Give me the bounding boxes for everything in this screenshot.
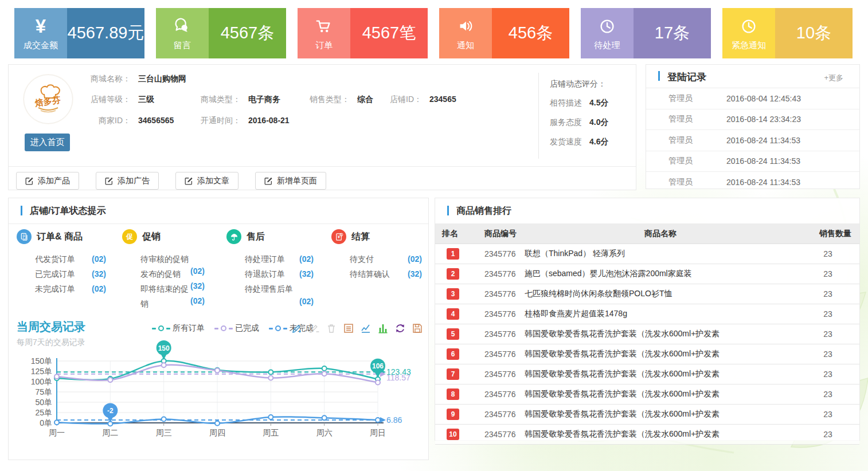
login-log-header: 登陆记录 +更多: [646, 65, 859, 88]
svg-text:0单: 0单: [40, 418, 52, 427]
status-item[interactable]: 发布的促销 (32): [140, 266, 205, 281]
quick-action-button[interactable]: 新增单页面: [255, 172, 326, 190]
product-name: 韩国爱敬挚爱香氛花香洗护套装（洗发水600ml+护发素: [525, 349, 796, 359]
product-sku: 2345776: [467, 249, 525, 258]
field-shop-level: 店铺等级：三级: [88, 95, 154, 105]
product-qty: 23: [796, 269, 859, 278]
sales-table-row: 8 2345776 韩国爱敬挚爱香氛花香洗护套装（洗发水600ml+护发素 23: [435, 384, 859, 405]
product-qty: 23: [796, 350, 859, 359]
stat-label: 成交金额: [24, 40, 58, 51]
status-item[interactable]: 待支付 (02): [350, 252, 422, 266]
shop-order-status-panel: 店铺/订单状态提示 订单& 商品 促 促销 售后 ¥: [8, 198, 429, 460]
product-name: 韩国爱敬挚爱香氛花香洗护套装（洗发水600ml+护发素: [525, 429, 796, 439]
shop-logo: 焙多芬: [24, 74, 73, 124]
status-item-count: (32): [299, 266, 314, 281]
product-qty: 23: [796, 289, 859, 299]
documents-icon: [17, 229, 32, 244]
status-item[interactable]: 待审核的促销 (02): [140, 252, 205, 266]
status-item[interactable]: 代发货订单 (02): [35, 252, 106, 266]
product-sku: 2345776: [467, 390, 525, 399]
field-sale-type: 销售类型：综合: [307, 95, 373, 105]
product-qty: 23: [796, 249, 859, 258]
status-item[interactable]: 已完成订单 (32): [35, 266, 106, 281]
product-sku: 2345776: [467, 289, 525, 299]
product-qty: 23: [796, 329, 859, 339]
col-rank: 排名: [435, 229, 467, 239]
sales-table-row: 6 2345776 韩国爱敬挚爱香氛花香洗护套装（洗发水600ml+护发素 23: [435, 344, 859, 364]
product-name: 韩国爱敬挚爱香氛花香洗护套装（洗发水600ml+护发素: [525, 369, 796, 379]
more-link[interactable]: +更多: [824, 73, 843, 83]
status-list-aftersale: 待处理订单 (02) 待退款订单 (32) 待处理售后单 (02): [245, 252, 314, 296]
status-item[interactable]: 待处理售后单 (02): [245, 281, 314, 296]
sales-table-body: 1 2345776 联想（ThinkPad） 轻薄系列 23 2 2345776…: [435, 244, 859, 445]
product-qty: 23: [796, 410, 859, 419]
status-item-count: (02): [299, 294, 314, 309]
shop-info-panel: 焙多芬 进入首页 商城名称：三台山购物网 店铺等级：三级 商城类型：电子商务 销…: [8, 64, 636, 190]
status-item[interactable]: 待退款订单 (32): [245, 266, 314, 281]
yuan-icon: ¥: [36, 16, 46, 37]
stat-value: 4567笔: [350, 8, 428, 58]
svg-text:¥: ¥: [338, 235, 340, 239]
status-group-promotions: 促 促销: [122, 229, 161, 244]
svg-text:25单: 25单: [35, 408, 52, 417]
quick-action-label: 添加文章: [197, 176, 229, 186]
status-group-settlement: ¥ 结算: [331, 229, 370, 244]
status-item[interactable]: 待结算确认 (32): [350, 266, 422, 281]
legend-item-completed[interactable]: 已完成: [214, 323, 259, 333]
stats-row: ¥ 成交金额 4567.89元 留言 4567条 订单 4567笔 通知 4: [14, 8, 853, 58]
login-log-row: 管理员 2016-08-04 12:45:43: [646, 88, 859, 109]
rank-badge: 6: [447, 348, 459, 360]
enter-home-button[interactable]: 进入首页: [25, 134, 70, 151]
product-qty: 23: [796, 370, 859, 379]
status-item[interactable]: 未完成订单 (02): [35, 281, 106, 296]
status-item[interactable]: 即将结束的促销 (02): [140, 281, 205, 311]
status-item-count: (32): [408, 266, 422, 281]
svg-text:6.86: 6.86: [386, 415, 402, 425]
legend-label: 所有订单: [173, 323, 205, 333]
login-time: 2016-08-14 23:34:23: [726, 115, 801, 124]
svg-text:150: 150: [158, 344, 170, 352]
svg-text:周四: 周四: [209, 428, 225, 437]
rank-badge: 9: [447, 409, 459, 420]
login-log-title: 登陆记录: [667, 70, 706, 84]
stat-label: 通知: [457, 40, 474, 51]
edit-square-icon: [105, 176, 114, 185]
status-list-orders: 代发货订单 (02) 已完成订单 (32) 未完成订单 (02): [35, 252, 106, 296]
field-merchant-id: 商家ID：34656565: [88, 116, 174, 126]
quick-action-button[interactable]: 添加文章: [175, 172, 238, 190]
field-shop-id: 店铺ID：234565: [379, 95, 456, 105]
cart-icon: [314, 16, 334, 37]
legend-item-all-orders[interactable]: 所有订单: [152, 323, 205, 333]
svg-text:100单: 100单: [31, 377, 52, 386]
product-name: 桂格即食燕麦片超值装1478g: [525, 309, 796, 319]
status-panel-header: 店铺/订单状态提示: [9, 198, 428, 224]
product-name: 联想（ThinkPad） 轻薄系列: [525, 249, 796, 259]
title-accent-bar: [21, 206, 22, 215]
quick-action-button[interactable]: 添加产品: [16, 172, 79, 190]
rating-item: 服务态度4.0分: [550, 117, 634, 128]
stat-card-deal-amount: ¥ 成交金额 4567.89元: [14, 8, 144, 58]
product-name: 七匹狼纯棉时尚休闲条纹翻领POLO衫T恤: [525, 289, 796, 299]
rank-badge: 8: [447, 388, 459, 400]
status-group-title: 结算: [351, 231, 370, 243]
field-shop-type: 商城类型：电子商务: [198, 95, 280, 105]
login-log-row: 管理员 2016-08-24 11:34:53: [646, 130, 859, 151]
sales-table-header: 排名 商品编号 商品名称 销售数量: [435, 224, 859, 244]
status-item-label: 即将结束的促销: [140, 281, 196, 311]
svg-text:-2: -2: [107, 407, 114, 415]
speaker-icon: [456, 16, 475, 37]
status-item[interactable]: 待处理订单 (02): [245, 252, 314, 266]
status-item-count: (02): [408, 252, 422, 266]
quick-action-label: 添加广告: [118, 176, 150, 186]
quick-action-button[interactable]: 添加广告: [96, 172, 159, 190]
product-sku: 2345776: [467, 350, 525, 359]
rank-badge: 5: [447, 328, 459, 340]
sales-rank-header: 商品销售排行: [435, 198, 859, 224]
rating-item: 相符描述4.5分: [550, 98, 634, 108]
rating-item: 发货速度4.6分: [550, 137, 634, 147]
field-open-date: 开通时间：2016-08-21: [198, 116, 290, 126]
login-user: 管理员: [646, 177, 726, 187]
status-item-label: 未完成订单: [35, 281, 75, 296]
svg-text:周日: 周日: [370, 428, 386, 437]
status-group-aftersale: 售后: [226, 229, 265, 244]
